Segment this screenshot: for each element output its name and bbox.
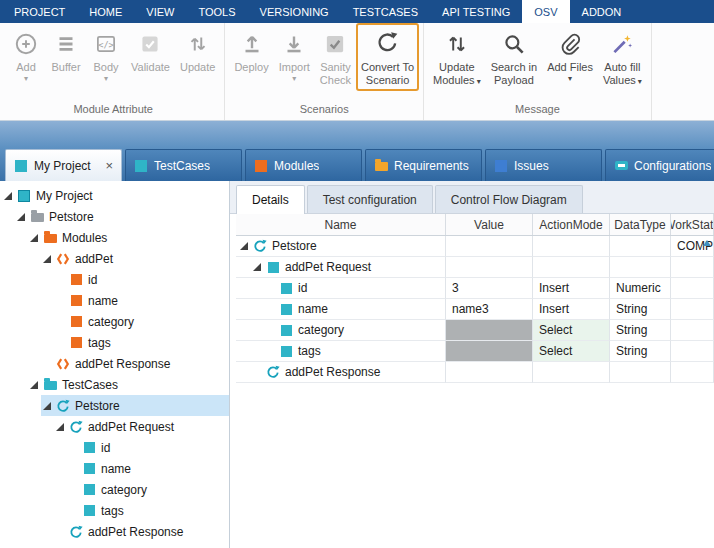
menu-item-testcases[interactable]: TESTCASES bbox=[341, 0, 430, 23]
add-files-button[interactable]: Add Files▾ bbox=[542, 23, 598, 87]
convert-to-scenario-button[interactable]: Convert ToScenario bbox=[356, 23, 419, 91]
cell-actionmode[interactable]: Select bbox=[533, 320, 610, 341]
refresh-teal-icon bbox=[69, 525, 83, 539]
expander-icon[interactable] bbox=[30, 381, 38, 389]
tab-modules[interactable]: Modules bbox=[245, 149, 362, 181]
tree-item-addpet-request[interactable]: addPet Request bbox=[0, 416, 229, 437]
cell-name[interactable]: Petstore bbox=[236, 236, 446, 257]
scroll-up-arrow-icon[interactable] bbox=[703, 240, 711, 246]
tab-requirements[interactable]: Requirements bbox=[365, 149, 482, 181]
update-button[interactable]: Update bbox=[175, 23, 220, 78]
add-button[interactable]: Add▾ bbox=[6, 23, 46, 87]
column-header-actionmode[interactable]: ActionMode bbox=[533, 214, 610, 235]
grid-row-id[interactable]: id3InsertNumeric bbox=[236, 278, 714, 299]
tree-item-category[interactable]: category bbox=[0, 311, 229, 332]
cell-actionmode[interactable] bbox=[533, 236, 610, 257]
cell-datatype[interactable]: String bbox=[610, 320, 671, 341]
menu-item-addon[interactable]: ADDON bbox=[570, 0, 634, 23]
tree-item-addpet-response[interactable]: addPet Response bbox=[0, 353, 229, 374]
search-in-payload-button[interactable]: Search inPayload bbox=[486, 23, 542, 91]
expander-icon[interactable] bbox=[253, 263, 261, 271]
cell-name[interactable]: name bbox=[236, 299, 446, 320]
expander-icon[interactable] bbox=[4, 192, 12, 200]
grid-row-addpet-response[interactable]: addPet Response bbox=[236, 362, 714, 383]
menu-item-project[interactable]: PROJECT bbox=[2, 0, 77, 23]
detail-tab-details[interactable]: Details bbox=[236, 185, 305, 214]
cell-actionmode[interactable]: Insert bbox=[533, 299, 610, 320]
menu-item-api-testing[interactable]: API TESTING bbox=[430, 0, 522, 23]
body-button[interactable]: </>Body▾ bbox=[86, 23, 126, 87]
tree-item-category[interactable]: category bbox=[0, 479, 229, 500]
column-header-datatype[interactable]: DataType bbox=[610, 214, 671, 235]
update-modules-button[interactable]: UpdateModules▾ bbox=[428, 23, 486, 91]
tree-item-petstore[interactable]: Petstore bbox=[0, 395, 229, 416]
tree-item-name[interactable]: name bbox=[0, 458, 229, 479]
expander-icon[interactable] bbox=[43, 402, 51, 410]
tree-item-modules[interactable]: Modules bbox=[0, 227, 229, 248]
menu-item-home[interactable]: HOME bbox=[77, 0, 134, 23]
column-header-value[interactable]: Value bbox=[446, 214, 533, 235]
tree-item-tags[interactable]: tags bbox=[0, 500, 229, 521]
cell-value[interactable] bbox=[446, 362, 533, 383]
buffer-button[interactable]: Buffer bbox=[46, 23, 86, 78]
cell-actionmode[interactable]: Insert bbox=[533, 278, 610, 299]
validate-button[interactable]: Validate bbox=[126, 23, 175, 78]
tree-item-tags[interactable]: tags bbox=[0, 332, 229, 353]
cell-datatype[interactable] bbox=[610, 257, 671, 278]
detail-tab-test-configuration[interactable]: Test configuration bbox=[307, 185, 433, 213]
expander-icon[interactable] bbox=[17, 213, 25, 221]
column-header-workstate[interactable]: WorkState bbox=[671, 214, 714, 235]
cell-datatype[interactable] bbox=[610, 236, 671, 257]
expander-icon[interactable] bbox=[56, 423, 64, 431]
menu-item-view[interactable]: VIEW bbox=[134, 0, 186, 23]
tree-item-my-project[interactable]: My Project bbox=[0, 185, 229, 206]
grid-row-category[interactable]: categorySelectString bbox=[236, 320, 714, 341]
grid-row-tags[interactable]: tagsSelectString bbox=[236, 341, 714, 362]
cell-name[interactable]: addPet Request bbox=[236, 257, 446, 278]
cell-value[interactable]: name3 bbox=[446, 299, 533, 320]
tab-configurations[interactable]: Configurations bbox=[605, 149, 714, 181]
tab-my-project[interactable]: My Project× bbox=[5, 149, 122, 181]
tree-item-id[interactable]: id bbox=[0, 437, 229, 458]
tree-item-addpet[interactable]: addPet bbox=[0, 248, 229, 269]
expander-icon[interactable] bbox=[30, 234, 38, 242]
sanity-check-button[interactable]: SanityCheck bbox=[315, 23, 356, 91]
cell-value[interactable] bbox=[446, 341, 533, 362]
cell-name[interactable]: addPet Response bbox=[236, 362, 446, 383]
tree-item-addpet-response[interactable]: addPet Response bbox=[0, 521, 229, 542]
cell-actionmode[interactable]: Select bbox=[533, 341, 610, 362]
cell-datatype[interactable]: Numeric bbox=[610, 278, 671, 299]
close-icon[interactable]: × bbox=[101, 158, 113, 173]
menu-item-tools[interactable]: TOOLS bbox=[186, 0, 247, 23]
cell-actionmode[interactable] bbox=[533, 362, 610, 383]
expander-icon[interactable] bbox=[240, 242, 248, 250]
menu-item-osv[interactable]: OSV bbox=[522, 0, 569, 23]
cell-datatype[interactable]: String bbox=[610, 341, 671, 362]
cell-value[interactable]: 3 bbox=[446, 278, 533, 299]
tree-item-petstore[interactable]: Petstore bbox=[0, 206, 229, 227]
grid-row-addpet-request[interactable]: addPet Request bbox=[236, 257, 714, 278]
tree-item-testcases[interactable]: TestCases bbox=[0, 374, 229, 395]
cell-value[interactable] bbox=[446, 320, 533, 341]
cell-name[interactable]: category bbox=[236, 320, 446, 341]
grid-row-name[interactable]: namename3InsertString bbox=[236, 299, 714, 320]
tree-item-name[interactable]: name bbox=[0, 290, 229, 311]
expander-icon[interactable] bbox=[43, 255, 51, 263]
import-button[interactable]: Import▾ bbox=[274, 23, 315, 87]
detail-tab-control-flow-diagram[interactable]: Control Flow Diagram bbox=[435, 185, 583, 213]
cell-value[interactable] bbox=[446, 257, 533, 278]
cell-name[interactable]: id bbox=[236, 278, 446, 299]
auto-fill-values-button[interactable]: Auto fillValues▾ bbox=[598, 23, 647, 91]
tree-item-id[interactable]: id bbox=[0, 269, 229, 290]
cell-name[interactable]: tags bbox=[236, 341, 446, 362]
menu-item-versioning[interactable]: VERSIONING bbox=[248, 0, 341, 23]
cell-datatype[interactable] bbox=[610, 362, 671, 383]
tab-testcases[interactable]: TestCases bbox=[125, 149, 242, 181]
tab-issues[interactable]: Issues bbox=[485, 149, 602, 181]
cell-value[interactable] bbox=[446, 236, 533, 257]
deploy-button[interactable]: Deploy bbox=[229, 23, 273, 78]
column-header-name[interactable]: Name bbox=[236, 214, 446, 235]
cell-datatype[interactable]: String bbox=[610, 299, 671, 320]
grid-row-petstore[interactable]: PetstoreCOMPL... bbox=[236, 236, 714, 257]
cell-actionmode[interactable] bbox=[533, 257, 610, 278]
